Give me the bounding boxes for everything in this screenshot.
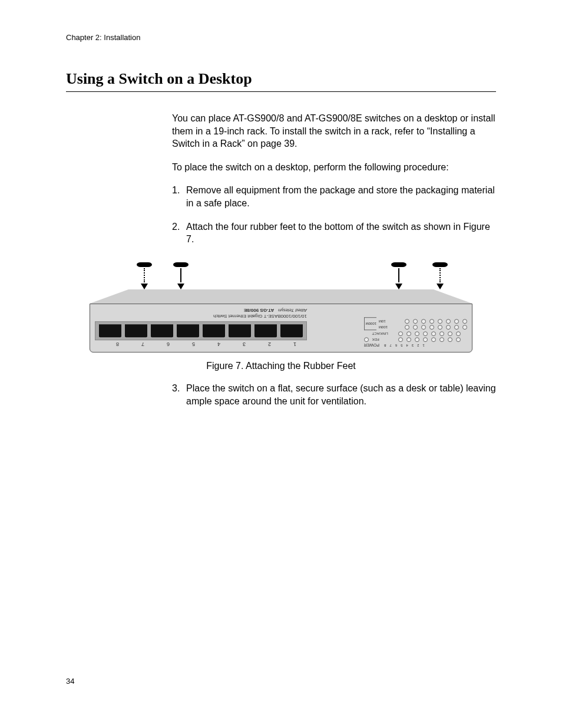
body-content: You can place AT-GS900/8 and AT-GS900/8E… (172, 112, 496, 246)
step-text: Attach the four rubber feet to the botto… (186, 220, 496, 246)
port-block: 1 2 3 4 5 6 7 8 (95, 308, 307, 347)
intro-paragraph: You can place AT-GS900/8 and AT-GS900/8E… (172, 112, 496, 150)
rubber-foot-icon (173, 262, 189, 267)
procedure-list: 1. Remove all equipment from the package… (172, 184, 496, 245)
power-label: POWER (364, 343, 379, 347)
ethernet-ports (95, 321, 307, 340)
speed-bracket-1000m: 1000M (364, 317, 376, 330)
ethernet-port-icon (151, 324, 173, 337)
led-row-label: 10M (379, 319, 401, 323)
step-number: 3. (172, 382, 186, 407)
arrow-down-icon (395, 284, 402, 289)
rubber-foot-indicator (135, 262, 153, 289)
page-number: 34 (66, 677, 74, 686)
switch-top-face (90, 289, 472, 304)
led-panel: 1 2 3 4 5 6 7 8 POWER (364, 317, 467, 347)
led-port-numbers: 1 2 3 4 5 6 7 8 (384, 343, 425, 347)
power-led-icon (364, 337, 369, 342)
step-text: Remove all equipment from the package an… (186, 184, 496, 209)
ethernet-port-icon (280, 324, 303, 337)
port-number-row: 1 2 3 4 5 6 7 8 (95, 341, 296, 347)
step-text: Place the switch on a flat, secure surfa… (186, 382, 496, 407)
arrow-down-icon (177, 284, 184, 289)
procedure-list-continued: 3. Place the switch on a flat, secure su… (172, 382, 496, 407)
procedure-step: 1. Remove all equipment from the package… (172, 184, 496, 209)
chapter-header: Chapter 2: Installation (66, 33, 496, 42)
led-row-label: LINK/ACT (372, 332, 395, 335)
arrow-down-icon (141, 284, 148, 289)
lead-paragraph: To place the switch on a desktop, perfor… (172, 161, 496, 174)
rubber-foot-indicator (390, 262, 408, 289)
ethernet-port-icon (99, 324, 121, 337)
ethernet-port-icon (125, 324, 147, 337)
ethernet-port-icon (254, 324, 277, 337)
figure-caption: Figure 7. Attaching the Rubber Feet (66, 361, 496, 371)
section-title: Using a Switch on a Desktop (66, 70, 496, 92)
switch-front-panel: 1 2 3 4 5 6 7 8 POWER (90, 304, 472, 353)
device-model-label: 10/100/1000BASE-T Gigabit Ethernet Switc… (95, 308, 307, 319)
rubber-foot-indicator (172, 262, 190, 289)
rubber-foot-icon (432, 262, 448, 267)
procedure-step: 2. Attach the four rubber feet to the bo… (172, 220, 496, 246)
step-number: 2. (172, 220, 186, 246)
led-row-label: 100M (379, 325, 401, 329)
figure-7: 1 2 3 4 5 6 7 8 POWER (66, 256, 496, 371)
step-number: 1. (172, 184, 186, 209)
led-row-label: FDX (372, 338, 395, 341)
rubber-foot-icon (137, 262, 152, 267)
ethernet-port-icon (177, 324, 199, 337)
switch-illustration: 1 2 3 4 5 6 7 8 POWER (90, 256, 472, 353)
document-page: Chapter 2: Installation Using a Switch o… (0, 0, 562, 728)
body-content-continued: 3. Place the switch on a flat, secure su… (172, 382, 496, 407)
arrow-down-icon (437, 284, 444, 289)
procedure-step: 3. Place the switch on a flat, secure su… (172, 382, 496, 407)
ethernet-port-icon (229, 324, 251, 337)
rubber-foot-icon (391, 262, 406, 267)
rubber-feet-arrows (90, 256, 472, 289)
rubber-foot-indicator (431, 262, 449, 289)
ethernet-port-icon (203, 324, 225, 337)
